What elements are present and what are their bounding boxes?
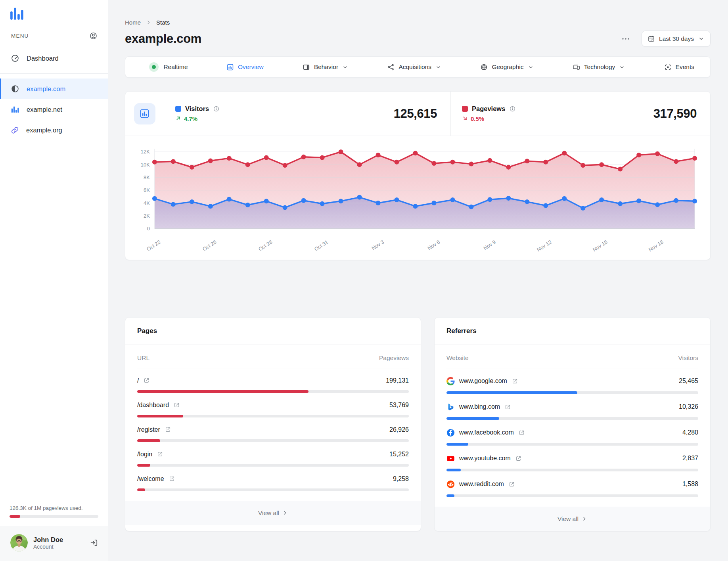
external-link-icon[interactable]: [157, 451, 163, 458]
table-row[interactable]: www.reddit.com1,588: [446, 471, 698, 497]
tab-behavior[interactable]: Behavior: [303, 63, 348, 71]
app-logo-icon[interactable]: [10, 6, 24, 20]
table-row[interactable]: /199,131: [137, 368, 409, 393]
svg-text:Nov 12: Nov 12: [536, 239, 553, 253]
pageviews-value: 317,590: [653, 107, 697, 121]
more-options-button[interactable]: [619, 33, 632, 45]
logout-icon[interactable]: [90, 538, 98, 547]
referrers-card: Referrers Website Visitors www.google.co…: [434, 317, 711, 531]
svg-text:Nov 9: Nov 9: [482, 239, 497, 251]
tab-geographic[interactable]: Geographic: [480, 63, 533, 71]
tab-acquisitions[interactable]: Acquisitions: [387, 63, 441, 71]
chevron-right-icon: [581, 516, 587, 522]
svg-text:Nov 15: Nov 15: [592, 239, 609, 253]
breadcrumb-current: Stats: [156, 19, 170, 26]
breadcrumb-home[interactable]: Home: [125, 19, 141, 26]
pageviews-stat: Pageviews 0.5% 317,590: [451, 105, 710, 123]
info-icon[interactable]: [213, 105, 220, 112]
referrers-view-all-button[interactable]: View all: [435, 507, 710, 531]
row-label: www.reddit.com: [459, 481, 504, 488]
svg-text:10K: 10K: [141, 162, 150, 168]
tab-label: Behavior: [314, 63, 338, 71]
external-link-icon[interactable]: [169, 475, 175, 482]
row-value: 199,131: [386, 377, 409, 384]
live-dot-icon: [149, 62, 159, 72]
pages-view-all-button[interactable]: View all: [125, 501, 421, 525]
pages-card-title: Pages: [125, 318, 421, 345]
info-icon[interactable]: [509, 105, 516, 112]
tab-realtime[interactable]: Realtime: [125, 57, 212, 77]
row-bar-fill: [137, 390, 308, 393]
external-link-icon[interactable]: [165, 426, 171, 433]
row-label: /login: [137, 451, 152, 458]
bar-chart-logo-icon: [10, 6, 24, 21]
table-row[interactable]: www.google.com25,465: [446, 368, 698, 394]
google-favicon-icon: [446, 377, 455, 385]
table-row[interactable]: /login15,252: [137, 442, 409, 467]
svg-text:Oct 25: Oct 25: [201, 239, 217, 252]
table-row[interactable]: /dashboard53,769: [137, 393, 409, 417]
contrast-icon: [11, 84, 19, 93]
date-range-button[interactable]: Last 30 days: [642, 31, 711, 47]
table-row[interactable]: /register26,926: [137, 417, 409, 442]
row-value: 1,588: [682, 481, 698, 488]
visitors-value: 125,615: [394, 107, 437, 121]
youtube-favicon-icon: [446, 454, 455, 463]
svg-text:Oct 22: Oct 22: [146, 239, 161, 252]
row-label: /: [137, 377, 139, 384]
account-section[interactable]: John Doe Account: [0, 526, 108, 561]
visitors-change: 4.7%: [175, 115, 220, 123]
sidebar-divider: [0, 73, 108, 74]
svg-text:Oct 31: Oct 31: [313, 239, 329, 252]
table-row[interactable]: www.youtube.com2,837: [446, 446, 698, 471]
row-label: /welcome: [137, 475, 164, 482]
row-bar-track: [446, 443, 698, 446]
row-bar-fill: [137, 439, 160, 442]
external-link-icon[interactable]: [173, 402, 180, 408]
window-icon: [303, 63, 310, 71]
external-link-icon[interactable]: [508, 481, 515, 488]
tab-overview[interactable]: Overview: [226, 63, 264, 71]
row-bar-fill: [446, 443, 468, 446]
table-row[interactable]: www.facebook.com4,280: [446, 420, 698, 446]
external-link-icon[interactable]: [143, 377, 150, 384]
sidebar-item-example.net[interactable]: example.net: [0, 99, 108, 120]
tab-label: Technology: [584, 63, 615, 71]
column-header-pageviews: Pageviews: [379, 354, 409, 362]
tab-events[interactable]: Events: [664, 63, 694, 71]
visitors-label: Visitors: [185, 105, 209, 113]
row-value: 15,252: [389, 451, 409, 458]
page-title: example.com: [125, 32, 201, 46]
avatar: [10, 534, 28, 551]
svg-text:Nov 6: Nov 6: [426, 239, 441, 251]
sidebar-item-example.com[interactable]: example.com: [0, 79, 108, 99]
table-row[interactable]: /welcome9,258: [137, 467, 409, 491]
overview-icon: [226, 63, 234, 71]
sidebar-nav: Dashboard example.comexample.netexample.…: [0, 48, 108, 140]
overview-chart-card: Visitors 4.7% 125,615: [125, 91, 711, 260]
breadcrumb: Home Stats: [125, 19, 711, 26]
external-link-icon[interactable]: [515, 455, 522, 462]
sidebar-item-label: example.org: [26, 126, 62, 134]
sidebar-item-example.org[interactable]: example.org: [0, 120, 108, 140]
row-label: www.google.com: [459, 377, 507, 385]
row-label: /dashboard: [137, 402, 169, 409]
table-row[interactable]: www.bing.com10,326: [446, 394, 698, 420]
external-link-icon[interactable]: [512, 378, 518, 385]
chevron-right-icon: [282, 510, 288, 516]
row-bar-track: [446, 469, 698, 471]
row-value: 2,837: [682, 455, 698, 462]
tab-label: Realtime: [163, 63, 188, 71]
visitors-stat: Visitors 4.7% 125,615: [164, 105, 450, 123]
account-name: John Doe: [33, 536, 63, 544]
chevron-down-icon: [342, 64, 348, 70]
user-circle-icon[interactable]: [89, 32, 98, 40]
arrow-up-right-icon: [175, 115, 181, 123]
external-link-icon[interactable]: [504, 404, 511, 410]
external-link-icon[interactable]: [518, 429, 525, 436]
sidebar-item-dashboard[interactable]: Dashboard: [0, 48, 108, 69]
tab-technology[interactable]: Technology: [573, 63, 625, 71]
arrow-down-right-icon: [462, 115, 468, 123]
sidebar-item-label: example.net: [27, 106, 62, 113]
column-header-website: Website: [446, 354, 469, 362]
